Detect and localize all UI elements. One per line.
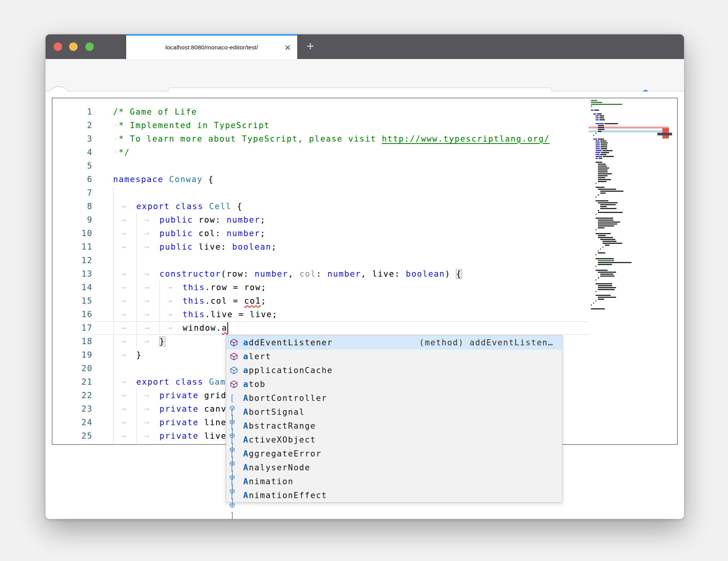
code-line[interactable]: public col: number; xyxy=(159,227,266,240)
code-token-d xyxy=(164,175,169,184)
line-number[interactable]: 18 xyxy=(52,335,93,348)
line-number[interactable]: 6 xyxy=(52,173,93,186)
code-line[interactable]: ·* Implemented in TypeScript xyxy=(113,119,270,132)
minimap-line xyxy=(596,117,599,118)
line-number[interactable]: 10 xyxy=(52,227,93,240)
tab-whitespace-icon: → xyxy=(121,389,127,402)
code-line[interactable]: private live xyxy=(159,429,227,443)
code-line[interactable]: export class Cell { xyxy=(136,200,243,213)
line-number[interactable]: 8 xyxy=(52,200,93,213)
line-number[interactable]: 5 xyxy=(52,159,93,173)
code-line[interactable]: private canv xyxy=(159,402,227,416)
line-number[interactable]: 14 xyxy=(52,281,93,294)
code-line[interactable]: public live: boolean; xyxy=(159,240,277,254)
code-line[interactable]: } xyxy=(136,348,142,362)
code-line[interactable]: window.a xyxy=(183,321,227,335)
line-number[interactable]: 7 xyxy=(52,186,93,200)
minimap-line xyxy=(593,113,596,115)
line-number[interactable]: 17 xyxy=(52,321,93,335)
code-line[interactable]: constructor(row: number, col: number, li… xyxy=(159,267,462,281)
line-number[interactable]: 23 xyxy=(52,402,93,416)
code-token-k: this xyxy=(183,283,205,292)
tab-whitespace-icon: → xyxy=(121,375,127,389)
line-number[interactable]: 3 xyxy=(52,132,93,146)
line-number[interactable]: 4 xyxy=(52,146,93,159)
line-number[interactable]: 15 xyxy=(52,294,93,308)
tab-whitespace-icon: → xyxy=(121,321,127,335)
suggestion-item[interactable]: applicationCache xyxy=(226,363,562,377)
code-token-d: grid xyxy=(199,391,227,400)
suggestion-item[interactable]: []AggregateError xyxy=(226,447,562,461)
code-token-bx: } xyxy=(159,337,165,346)
code-token-d: canv xyxy=(199,404,227,414)
active-tab[interactable]: localhost:8080/monaco-editor/test/ ✕ xyxy=(126,34,297,59)
code-token-c: */ xyxy=(119,148,130,157)
line-number[interactable]: 25 xyxy=(52,429,93,443)
line-number[interactable]: 24 xyxy=(52,416,93,429)
code-line[interactable]: this.col = co1; xyxy=(183,294,267,308)
line-number[interactable]: 21 xyxy=(52,375,93,389)
line-number[interactable]: 2 xyxy=(52,119,93,132)
code-line[interactable]: export class Gam xyxy=(136,375,226,389)
code-line[interactable]: this.live = live; xyxy=(183,308,278,321)
line-number[interactable]: 11 xyxy=(52,240,93,254)
new-tab-button[interactable]: + xyxy=(302,38,319,55)
tab-close-icon[interactable]: ✕ xyxy=(284,42,291,54)
code-token-d: ; xyxy=(260,215,266,225)
minimap[interactable] xyxy=(589,98,669,444)
line-number[interactable]: 9 xyxy=(52,213,93,227)
code-line[interactable]: ·*/ xyxy=(113,146,130,159)
line-number[interactable]: 19 xyxy=(52,348,93,362)
line-number[interactable]: 1 xyxy=(52,105,93,119)
indent-guide xyxy=(113,308,113,321)
method-icon xyxy=(230,381,238,390)
code-line[interactable]: private grid xyxy=(159,389,227,402)
minimap-line xyxy=(598,289,615,290)
line-number[interactable]: 20 xyxy=(52,362,93,375)
suggestion-item[interactable]: []AbortController xyxy=(226,391,562,405)
suggestion-item[interactable]: []AbortSignal xyxy=(226,405,562,419)
suggestion-item[interactable]: []Animation xyxy=(226,475,562,488)
page-content: 1/* Game of Life2·* Implemented in TypeS… xyxy=(46,91,684,519)
minimap-line xyxy=(601,146,607,147)
code-token-k: number xyxy=(227,229,260,238)
minimap-line xyxy=(598,202,618,203)
minimap-line xyxy=(598,173,612,174)
suggestion-item[interactable]: alert xyxy=(226,350,562,363)
tab-whitespace-icon: → xyxy=(121,308,127,321)
minimap-line xyxy=(591,100,597,101)
code-line[interactable]: ·* To learn more about TypeScript, pleas… xyxy=(113,132,550,146)
minimap-line xyxy=(598,285,612,286)
indent-guide xyxy=(136,321,137,335)
suggestion-item[interactable]: atob xyxy=(226,377,562,391)
code-line[interactable]: this.row = row; xyxy=(183,281,267,294)
suggestion-item[interactable]: []AnimationEffect xyxy=(226,488,562,502)
code-line[interactable]: private line xyxy=(159,416,227,429)
autocomplete-popup[interactable]: addEventListener(method) addEventListen…… xyxy=(226,335,562,503)
code-line[interactable]: namespace Conway { xyxy=(113,173,214,186)
code-token-d: row: xyxy=(193,215,227,225)
line-number[interactable]: 16 xyxy=(52,308,93,321)
class-icon-box: [] xyxy=(230,463,240,473)
minimap-line xyxy=(598,129,604,130)
code-line[interactable]: } xyxy=(159,335,165,348)
overview-ruler-cursor-marker xyxy=(657,133,672,135)
line-number[interactable]: 12 xyxy=(52,254,93,267)
line-number[interactable]: 22 xyxy=(52,389,93,402)
code-line[interactable]: public row: number; xyxy=(159,213,266,227)
minimap-line xyxy=(598,169,608,171)
suggestion-label: AbortSignal xyxy=(243,405,305,419)
window-zoom-button[interactable] xyxy=(85,42,94,51)
suggestion-item[interactable]: []AnalyserNode xyxy=(226,461,562,475)
code-token-k: public xyxy=(159,229,193,238)
line-number[interactable]: 13 xyxy=(52,267,93,281)
window-close-button[interactable] xyxy=(54,42,62,51)
tab-whitespace-icon: → xyxy=(167,321,173,335)
class-icon-box: [] xyxy=(230,435,240,445)
suggestion-item[interactable]: []AbstractRange xyxy=(226,419,562,433)
suggestion-item[interactable]: addEventListener(method) addEventListen… xyxy=(226,336,562,350)
window-minimize-button[interactable] xyxy=(69,42,78,51)
suggestion-item[interactable]: []ActiveXObject xyxy=(226,433,562,447)
code-line[interactable]: /* Game of Life xyxy=(113,105,197,119)
method-icon-box xyxy=(230,351,240,362)
